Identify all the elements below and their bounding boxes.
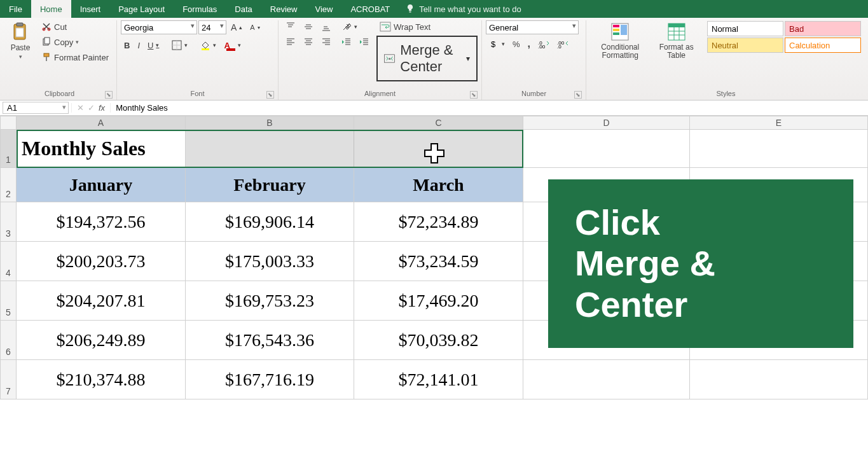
- font-name-select[interactable]: [121, 20, 197, 34]
- paste-button[interactable]: Paste ▾: [6, 20, 34, 61]
- cell-e7[interactable]: [690, 360, 868, 399]
- increase-font-button[interactable]: A▴: [228, 21, 245, 34]
- cell-a3[interactable]: $194,372.56: [17, 202, 186, 242]
- select-all-corner[interactable]: [0, 116, 17, 130]
- increase-indent-button[interactable]: [356, 36, 373, 48]
- cell-style-normal[interactable]: Normal: [707, 21, 783, 36]
- comma-button[interactable]: ,: [525, 37, 534, 51]
- decrease-font-button[interactable]: A▾: [247, 22, 263, 32]
- accept-formula-icon[interactable]: ✓: [88, 103, 95, 113]
- copy-button[interactable]: Copy ▾: [38, 36, 82, 48]
- formula-input[interactable]: Monthly Sales: [111, 102, 868, 113]
- formula-bar: A1 ✕ ✓ fx Monthly Sales: [0, 101, 868, 116]
- name-box[interactable]: A1: [3, 102, 69, 114]
- align-top-button[interactable]: [282, 20, 299, 33]
- row-header-2[interactable]: 2: [0, 168, 17, 202]
- cell-d7[interactable]: [523, 360, 690, 399]
- cell-c6[interactable]: $70,039.82: [354, 321, 523, 360]
- align-middle-icon: [303, 22, 313, 32]
- align-middle-button[interactable]: [300, 20, 317, 33]
- cell-style-bad[interactable]: Bad: [785, 21, 861, 36]
- italic-button[interactable]: I: [134, 39, 143, 52]
- tab-formulas[interactable]: Formulas: [174, 0, 226, 18]
- cell-a7[interactable]: $210,374.88: [17, 360, 186, 399]
- cell-b4[interactable]: $175,003.33: [186, 242, 354, 281]
- cell-c4[interactable]: $73,234.59: [354, 242, 523, 281]
- bold-button[interactable]: B: [121, 39, 133, 52]
- cell-style-calculation[interactable]: Calculation: [785, 38, 861, 53]
- conditional-formatting-button[interactable]: Conditional Formatting: [590, 20, 650, 61]
- merge-center-button[interactable]: a Merge & Center ▾: [376, 36, 478, 81]
- cell-b7[interactable]: $167,716.19: [186, 360, 354, 399]
- cell-b2[interactable]: February: [186, 168, 354, 202]
- cell-a2[interactable]: January: [17, 168, 186, 202]
- cell-b3[interactable]: $169,906.14: [186, 202, 354, 242]
- cell-b5[interactable]: $169,753.23: [186, 281, 354, 321]
- cancel-formula-icon[interactable]: ✕: [77, 103, 84, 113]
- align-right-button[interactable]: [318, 36, 334, 48]
- font-launcher[interactable]: ⬊: [266, 91, 274, 99]
- cell-c1[interactable]: [354, 130, 523, 168]
- col-header-a[interactable]: A: [17, 116, 186, 130]
- alignment-launcher[interactable]: ⬊: [470, 91, 478, 99]
- fill-color-button[interactable]: ▾: [197, 39, 219, 52]
- cut-button[interactable]: Cut: [38, 20, 70, 33]
- tab-data[interactable]: Data: [226, 0, 261, 18]
- number-launcher[interactable]: ⬊: [574, 91, 582, 99]
- cell-a4[interactable]: $200,203.73: [17, 242, 186, 281]
- col-header-c[interactable]: C: [354, 116, 523, 130]
- align-bottom-button[interactable]: [318, 20, 334, 33]
- cell-a6[interactable]: $206,249.89: [17, 321, 186, 360]
- row-header-1[interactable]: 1: [0, 130, 17, 168]
- percent-button[interactable]: %: [509, 38, 523, 50]
- decrease-indent-button[interactable]: [338, 36, 355, 48]
- row-header-4[interactable]: 4: [0, 242, 17, 281]
- tab-home[interactable]: Home: [31, 0, 71, 18]
- align-center-button[interactable]: [300, 36, 317, 48]
- group-label-clipboard: Clipboard: [45, 90, 74, 97]
- svg-rect-22: [613, 29, 619, 31]
- clipboard-launcher[interactable]: ⬊: [105, 91, 113, 99]
- decrease-decimal-button[interactable]: .00.0: [554, 38, 572, 50]
- table-label: Format as Table: [658, 43, 695, 60]
- cell-e1[interactable]: [690, 130, 868, 168]
- format-painter-button[interactable]: Format Painter: [38, 51, 112, 64]
- orientation-button[interactable]: ab ▾: [338, 20, 361, 33]
- col-header-b[interactable]: B: [186, 116, 354, 130]
- borders-button[interactable]: ▾: [169, 39, 191, 52]
- cell-a1[interactable]: Monthly Sales: [17, 130, 186, 168]
- row-header-7[interactable]: 7: [0, 360, 17, 399]
- cell-a5[interactable]: $204,207.81: [17, 281, 186, 321]
- tab-page-layout[interactable]: Page Layout: [109, 0, 174, 18]
- col-header-d[interactable]: D: [523, 116, 690, 130]
- accounting-format-button[interactable]: $ ▾: [486, 38, 508, 50]
- wrap-text-button[interactable]: Wrap Text: [376, 20, 434, 33]
- cell-style-neutral[interactable]: Neutral: [707, 38, 783, 53]
- cell-b1[interactable]: [186, 130, 354, 168]
- increase-decimal-button[interactable]: .0.00: [535, 38, 553, 50]
- format-as-table-button[interactable]: Format as Table: [654, 20, 699, 61]
- tab-view[interactable]: View: [306, 0, 341, 18]
- cell-c3[interactable]: $72,234.89: [354, 202, 523, 242]
- fx-icon[interactable]: fx: [99, 103, 105, 113]
- cell-d1[interactable]: [523, 130, 690, 168]
- cell-b6[interactable]: $176,543.36: [186, 321, 354, 360]
- row-header-5[interactable]: 5: [0, 281, 17, 321]
- row-header-6[interactable]: 6: [0, 321, 17, 360]
- font-size-select[interactable]: [198, 20, 226, 34]
- cell-c7[interactable]: $72,141.01: [354, 360, 523, 399]
- tab-acrobat[interactable]: ACROBAT: [341, 0, 399, 18]
- number-format-select[interactable]: [486, 20, 579, 34]
- font-color-button[interactable]: A ▾: [221, 38, 244, 52]
- row-header-3[interactable]: 3: [0, 202, 17, 242]
- align-left-button[interactable]: [282, 36, 299, 48]
- tab-insert[interactable]: Insert: [71, 0, 110, 18]
- currency-icon: $: [489, 39, 499, 49]
- underline-button[interactable]: U ▾: [144, 39, 162, 52]
- tell-me-search[interactable]: Tell me what you want to do: [405, 0, 521, 18]
- cell-c2[interactable]: March: [354, 168, 523, 202]
- tab-review[interactable]: Review: [261, 0, 307, 18]
- cell-c5[interactable]: $17,469.20: [354, 281, 523, 321]
- col-header-e[interactable]: E: [690, 116, 868, 130]
- tab-file[interactable]: File: [0, 0, 31, 18]
